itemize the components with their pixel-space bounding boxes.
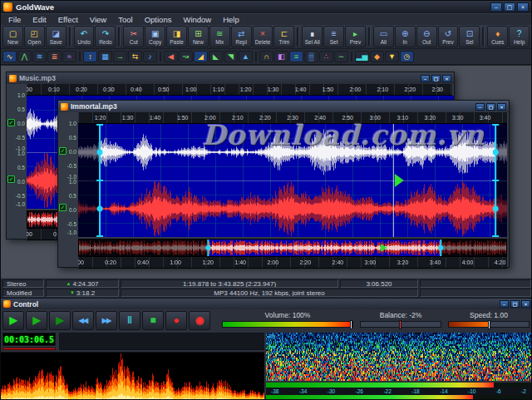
- effect-icon-noise-reduction[interactable]: ▒: [304, 51, 318, 62]
- close-button[interactable]: ×: [517, 2, 529, 12]
- loop-play-button[interactable]: ▶: [49, 311, 71, 330]
- effect-icon-offset[interactable]: →: [113, 51, 127, 62]
- effect-icon-marker[interactable]: ▼: [385, 51, 399, 62]
- music-maximize-button[interactable]: ▢: [431, 75, 441, 82]
- delete-button[interactable]: ×Delete: [253, 26, 273, 47]
- undo-button[interactable]: ↶Undo: [74, 26, 95, 47]
- effect-icon-time-warp[interactable]: ↝: [179, 51, 193, 62]
- effect-icon-equalizer[interactable]: ≡: [289, 51, 303, 62]
- effect-icon-smoother[interactable]: ∼: [334, 51, 348, 62]
- control-maximize-button[interactable]: ▢: [510, 300, 520, 308]
- menu-edit[interactable]: Edit: [27, 15, 52, 24]
- immortal-maximize-button[interactable]: ▢: [486, 103, 495, 111]
- immortal-close-button[interactable]: ×: [497, 103, 506, 111]
- maximize-button[interactable]: ▢: [504, 2, 515, 12]
- left-channel-select[interactable]: ✓: [59, 147, 66, 155]
- menu-help[interactable]: Help: [217, 15, 245, 24]
- rewind-button[interactable]: ◀◀: [72, 311, 94, 330]
- volume-slider[interactable]: [222, 321, 353, 328]
- mix-button[interactable]: ≋Mix: [209, 26, 230, 47]
- menu-file[interactable]: File: [2, 15, 27, 24]
- effect-icon-maximize[interactable]: ▲: [239, 51, 253, 62]
- play-selection-button[interactable]: ▶: [26, 311, 47, 330]
- left-channel-select[interactable]: ✓: [7, 119, 15, 126]
- effect-icon-reverse[interactable]: ◀: [164, 51, 178, 62]
- balance-slider[interactable]: [360, 321, 441, 328]
- paste-button[interactable]: ◨Paste: [166, 26, 187, 47]
- time-spinner-icon[interactable]: ▼: [70, 290, 75, 295]
- zoom-all-button[interactable]: ▭All: [373, 26, 394, 47]
- music-title-bar[interactable]: Music.mp3 –▢×: [7, 72, 454, 84]
- menu-effect[interactable]: Effect: [52, 15, 84, 24]
- effect-icon-echo[interactable]: ≋: [32, 51, 47, 62]
- time-spinner-icon[interactable]: ▲: [66, 281, 71, 286]
- new-button[interactable]: ▢New: [2, 26, 23, 47]
- immortal-title-bar[interactable]: Immortal.mp3 –▢×: [58, 101, 509, 112]
- effect-icon-spectrum[interactable]: ▂▅: [355, 51, 369, 62]
- music-ruler-top[interactable]: 0:000:100:200:300:400:501:001:101:201:30…: [27, 84, 452, 96]
- menu-view[interactable]: View: [84, 15, 112, 24]
- cues-button[interactable]: ♦Cues: [487, 26, 508, 47]
- open-button[interactable]: ◰Open: [24, 26, 45, 47]
- speed-slider-handle[interactable]: [488, 320, 490, 329]
- select-all-button[interactable]: ∎Sel All: [302, 26, 323, 47]
- zoom-in-button[interactable]: ⊕In: [395, 26, 416, 47]
- effect-icon-stereo[interactable]: ◧: [274, 51, 288, 62]
- balance-slider-handle[interactable]: [399, 320, 401, 329]
- cut-button[interactable]: ✂Cut: [123, 26, 144, 47]
- immortal-overview-canvas[interactable]: [79, 240, 506, 256]
- preview-button[interactable]: ▸Prev: [345, 26, 366, 47]
- copy-button[interactable]: ▣Copy: [145, 26, 165, 47]
- clock-icon[interactable]: ◷: [400, 51, 414, 62]
- record-button[interactable]: ●: [165, 311, 187, 330]
- volume-slider-handle[interactable]: [350, 320, 352, 329]
- effect-icon-shape[interactable]: ∩: [259, 51, 273, 62]
- zoom-selection-button[interactable]: ⊡Sel: [459, 26, 480, 47]
- fast-forward-button[interactable]: ▶▶: [96, 311, 117, 330]
- effect-icon-dynamics[interactable]: ⋀: [17, 51, 32, 62]
- effect-icon-mechanize[interactable]: ▦: [98, 51, 112, 62]
- music-minimize-button[interactable]: –: [421, 75, 430, 82]
- effect-icon-cue-point[interactable]: ◆: [370, 51, 384, 62]
- play-button[interactable]: ▶: [2, 311, 24, 330]
- record-loop-button[interactable]: ◉: [189, 311, 210, 330]
- zoom-previous-button[interactable]: ↺Prev: [438, 26, 459, 47]
- replace-button[interactable]: ⇄Repl: [231, 26, 252, 47]
- pause-button[interactable]: ‖: [119, 311, 140, 330]
- right-channel-select[interactable]: ✓: [7, 175, 15, 183]
- immortal-waveform-canvas[interactable]: [78, 124, 507, 237]
- stop-button[interactable]: ■: [142, 311, 164, 330]
- effect-icon-doppler[interactable]: ∿: [2, 51, 17, 62]
- immortal-ruler-top[interactable]: 1:201:301:401:502:002:102:202:302:402:50…: [78, 112, 507, 124]
- music-close-button[interactable]: ×: [442, 75, 451, 82]
- effect-icon-invert[interactable]: ↕: [83, 51, 97, 62]
- set-button[interactable]: ≡Set: [323, 26, 344, 47]
- trim-button[interactable]: ⊏Trim: [273, 26, 294, 47]
- zoom-out-button[interactable]: ⊖Out: [416, 26, 437, 47]
- effect-icon-flanger[interactable]: ≈: [62, 51, 76, 62]
- paste-new-button[interactable]: ⊞New: [188, 26, 209, 47]
- control-title-bar[interactable]: Control –▢×: [1, 299, 532, 309]
- effect-icon-fade-out[interactable]: ◥: [224, 51, 238, 62]
- menu-window[interactable]: Window: [177, 15, 217, 24]
- effect-icon-filter[interactable]: ≣: [47, 51, 62, 62]
- menu-options[interactable]: Options: [139, 15, 178, 24]
- effect-icon-pitch[interactable]: ♪: [143, 51, 157, 62]
- effect-icon-fade-in[interactable]: ◣: [209, 51, 223, 62]
- control-minimize-button[interactable]: –: [500, 300, 509, 308]
- right-channel-select[interactable]: ✓: [59, 204, 66, 211]
- redo-button[interactable]: ↷Redo: [95, 26, 116, 47]
- speed-slider[interactable]: [448, 321, 530, 328]
- immortal-minimize-button[interactable]: –: [475, 103, 485, 111]
- effect-icon-pan[interactable]: ⇆: [128, 51, 142, 62]
- title-bar[interactable]: GoldWave –▢×: [1, 1, 531, 13]
- immortal-ruler-bottom[interactable]: 0:000:200:401:001:201:402:002:202:403:00…: [78, 257, 507, 269]
- control-close-button[interactable]: ×: [521, 300, 530, 308]
- effect-icon-volume[interactable]: ◢: [194, 51, 208, 62]
- minimize-button[interactable]: –: [490, 2, 502, 12]
- save-button[interactable]: ◪Save: [46, 26, 66, 47]
- immortal-waveform-area[interactable]: [78, 124, 507, 237]
- immortal-overview-bar[interactable]: [78, 239, 507, 257]
- help-button[interactable]: ?Help: [509, 26, 530, 47]
- menu-tool[interactable]: Tool: [112, 15, 138, 24]
